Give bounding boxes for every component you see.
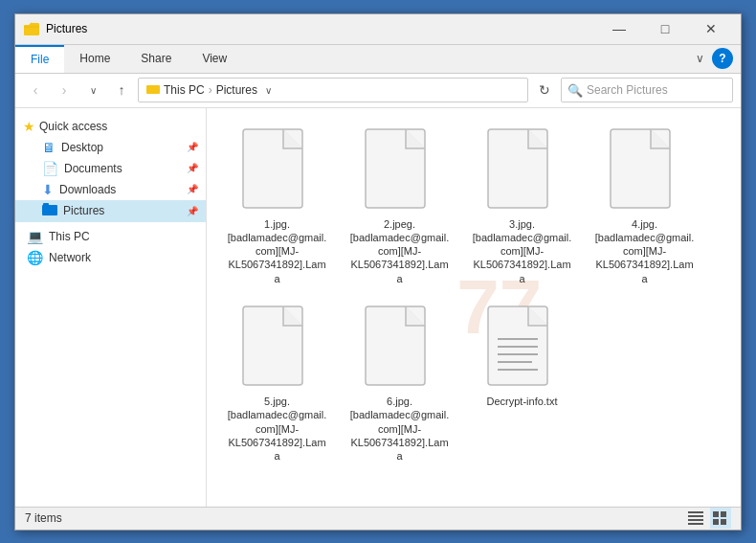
close-button[interactable]: ✕ xyxy=(689,13,733,44)
status-bar: 7 items xyxy=(15,507,741,530)
encrypted-file-icon xyxy=(239,127,316,214)
documents-icon: 📄 xyxy=(42,161,58,176)
downloads-icon: ⬇ xyxy=(42,182,54,197)
file-grid: 77 1.jpg.[badlamadec@gmail.com][MJ-KL506… xyxy=(207,108,741,507)
ribbon-collapse-button[interactable]: ∨ xyxy=(692,50,708,67)
sidebar-item-quick-access[interactable]: ★ Quick access xyxy=(15,116,206,137)
refresh-button[interactable]: ↻ xyxy=(532,78,557,102)
view-controls xyxy=(685,508,731,529)
file-name: 1.jpg.[badlamadec@gmail.com][MJ-KL506734… xyxy=(226,217,328,285)
list-item[interactable]: 6.jpg.[badlamadec@gmail.com][MJ-KL506734… xyxy=(345,301,455,466)
sidebar-item-network[interactable]: 🌐 Network xyxy=(15,247,206,268)
encrypted-file-icon xyxy=(607,127,683,214)
svg-rect-0 xyxy=(24,25,39,35)
sidebar-item-desktop[interactable]: 🖥 Desktop 📌 xyxy=(15,137,206,158)
encrypted-file-icon xyxy=(484,127,561,214)
file-name: 6.jpg.[badlamadec@gmail.com][MJ-KL506734… xyxy=(348,395,451,463)
address-bar: ‹ › ∨ ↑ This PC › Pictures ∨ ↻ 🔍 Search … xyxy=(15,74,741,108)
this-pc-label: This PC xyxy=(49,230,90,243)
network-icon: 🌐 xyxy=(27,250,43,265)
window-controls: — □ ✕ xyxy=(597,13,733,44)
svg-rect-3 xyxy=(43,203,49,207)
list-item[interactable]: Decrypt-info.txt xyxy=(467,301,577,466)
svg-rect-19 xyxy=(688,523,703,525)
documents-pin-icon: 📌 xyxy=(187,163,198,173)
sidebar-item-documents[interactable]: 📄 Documents 📌 xyxy=(15,158,206,179)
list-item[interactable]: 2.jpeg.[badlamadec@gmail.com][MJ-KL50673… xyxy=(345,124,455,289)
large-icon-view-button[interactable] xyxy=(710,508,731,529)
path-dropdown-icon[interactable]: ∨ xyxy=(265,85,272,96)
this-pc-icon: 💻 xyxy=(27,229,43,244)
sidebar-item-downloads[interactable]: ⬇ Downloads 📌 xyxy=(15,179,206,200)
file-explorer-window: Pictures — □ ✕ File Home Share View ∨ ? … xyxy=(14,13,742,531)
svg-rect-21 xyxy=(721,511,726,517)
ribbon-tabs: File Home Share View ∨ ? xyxy=(15,45,741,74)
list-view-button[interactable] xyxy=(685,508,706,529)
encrypted-file-icon xyxy=(362,305,438,391)
tab-home[interactable]: Home xyxy=(64,45,125,73)
sidebar-item-this-pc[interactable]: 💻 This PC xyxy=(15,226,206,247)
svg-rect-16 xyxy=(688,511,703,513)
list-item[interactable]: 5.jpg.[badlamadec@gmail.com][MJ-KL506734… xyxy=(222,301,332,466)
path-icon xyxy=(146,82,160,99)
pictures-icon xyxy=(42,203,57,219)
documents-label: Documents xyxy=(64,162,122,175)
downloads-pin-icon: 📌 xyxy=(187,184,198,194)
desktop-label: Desktop xyxy=(61,141,103,154)
tab-view[interactable]: View xyxy=(187,45,242,73)
file-name: 3.jpg.[badlamadec@gmail.com][MJ-KL506734… xyxy=(471,217,573,285)
back-button[interactable]: ‹ xyxy=(23,78,48,102)
file-name: 5.jpg.[badlamadec@gmail.com][MJ-KL506734… xyxy=(226,395,328,463)
quick-access-label: Quick access xyxy=(39,120,107,133)
list-item[interactable]: 4.jpg.[badlamadec@gmail.com][MJ-KL506734… xyxy=(589,124,700,289)
path-this-pc[interactable]: This PC xyxy=(164,83,205,97)
sidebar-item-pictures[interactable]: Pictures 📌 xyxy=(15,200,206,222)
svg-rect-1 xyxy=(146,85,160,94)
main-area: ★ Quick access 🖥 Desktop 📌 📄 Documents 📌… xyxy=(15,108,741,507)
file-name: 2.jpeg.[badlamadec@gmail.com][MJ-KL50673… xyxy=(348,217,451,285)
svg-rect-20 xyxy=(713,511,719,517)
svg-rect-22 xyxy=(713,519,719,525)
search-placeholder: Search Pictures xyxy=(587,83,668,97)
file-name: 4.jpg.[badlamadec@gmail.com][MJ-KL506734… xyxy=(593,217,696,285)
desktop-icon: 🖥 xyxy=(42,140,56,155)
file-name: Decrypt-info.txt xyxy=(487,395,558,408)
svg-rect-18 xyxy=(688,519,703,521)
ribbon-right: ∨ ? xyxy=(692,45,741,73)
maximize-button[interactable]: □ xyxy=(643,13,687,44)
title-bar: Pictures — □ ✕ xyxy=(15,14,741,45)
window-title: Pictures xyxy=(46,22,597,35)
forward-button[interactable]: › xyxy=(52,78,77,102)
minimize-button[interactable]: — xyxy=(597,13,641,44)
list-item[interactable]: 3.jpg.[badlamadec@gmail.com][MJ-KL506734… xyxy=(467,124,577,289)
pictures-label: Pictures xyxy=(63,204,104,217)
window-icon xyxy=(23,20,40,37)
help-button[interactable]: ? xyxy=(712,48,733,69)
pictures-pin-icon: 📌 xyxy=(187,206,198,216)
path-pictures[interactable]: Pictures xyxy=(216,83,257,97)
desktop-pin-icon: 📌 xyxy=(187,142,198,152)
list-item[interactable]: 1.jpg.[badlamadec@gmail.com][MJ-KL506734… xyxy=(222,124,332,289)
svg-rect-17 xyxy=(688,515,703,517)
up-button[interactable]: ↑ xyxy=(109,78,134,102)
encrypted-file-icon xyxy=(239,305,316,391)
network-label: Network xyxy=(49,251,91,264)
tab-file[interactable]: File xyxy=(15,45,64,73)
search-box[interactable]: 🔍 Search Pictures xyxy=(561,78,733,102)
svg-rect-23 xyxy=(721,519,726,525)
txt-file-icon xyxy=(484,305,561,391)
address-path[interactable]: This PC › Pictures ∨ xyxy=(138,78,528,102)
encrypted-file-icon xyxy=(362,127,438,214)
recent-locations-button[interactable]: ∨ xyxy=(80,78,105,102)
item-count: 7 items xyxy=(25,511,62,525)
downloads-label: Downloads xyxy=(59,183,116,196)
search-icon: 🔍 xyxy=(567,83,583,98)
sidebar: ★ Quick access 🖥 Desktop 📌 📄 Documents 📌… xyxy=(15,108,207,507)
quick-access-icon: ★ xyxy=(23,119,35,134)
tab-share[interactable]: Share xyxy=(125,45,187,73)
